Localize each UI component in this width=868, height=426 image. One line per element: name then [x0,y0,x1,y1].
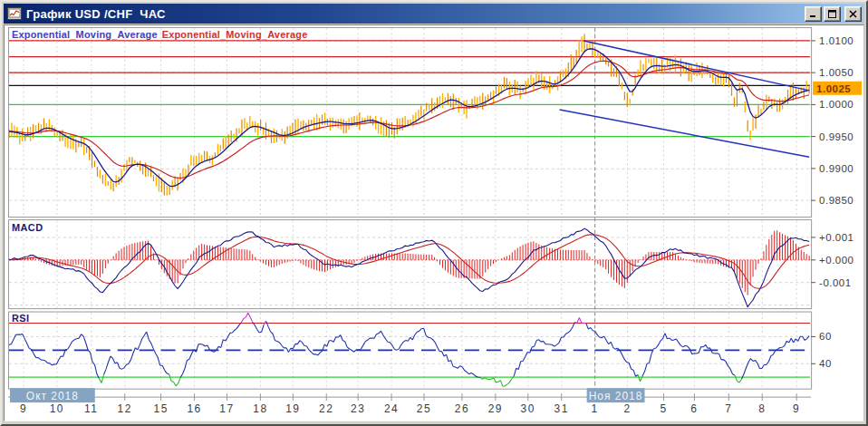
price-tick-label: 0.9850 [819,195,854,206]
date-tick-label: 18 [253,402,267,415]
chart-canvas[interactable]: Exponential_Moving_AverageExponential_Mo… [5,25,863,421]
date-tick-label: 9 [20,402,27,415]
month-badge-label: Окт 2018 [26,390,79,402]
date-tick-label: 5 [660,402,667,415]
date-tick-label: 12 [118,402,132,415]
price-tick-label: 0.9900 [819,163,854,174]
date-tick-label: 10 [50,402,64,415]
window-title: График USD /CHF ЧАС [26,7,801,21]
price-tick-label: 0.9950 [819,131,854,142]
date-tick-label: 11 [84,402,98,415]
price-tick-label: 1.0050 [819,67,854,78]
price-axis: 1.01001.00501.00000.99500.99000.98501.00… [811,35,862,206]
rsi-tick-label: 40 [819,358,832,369]
macd-tick-label: -0.001 [819,277,852,288]
date-tick-label: 31 [555,402,569,415]
title-bar[interactable]: График USD /CHF ЧАС [4,4,864,24]
date-tick-label: 29 [488,402,503,415]
date-tick-label: 30 [521,402,535,415]
date-tick-label: 17 [219,402,234,415]
date-tick-label: 9 [793,402,800,415]
macd-tick-label: +0.000 [819,255,854,266]
rsi-panel-label: RSI [12,314,29,324]
chart-window: График USD /CHF ЧАС Exponential_Moving_A… [0,0,868,426]
date-tick-label: 6 [690,402,698,415]
macd-panel-label: MACD [12,222,43,233]
date-tick-label: 26 [455,402,469,415]
maximize-button[interactable] [824,6,841,22]
price-tick-label: 1.0100 [819,35,854,46]
date-tick-label: 7 [725,402,732,415]
date-axis: 9101112151617181922232425262930311256789… [8,388,811,415]
date-tick-label: 25 [417,402,431,415]
date-tick-label: 1 [592,402,599,415]
window-controls [805,6,862,22]
date-tick-label: 15 [153,402,168,415]
date-tick-label: 22 [319,402,333,415]
date-tick-label: 16 [187,402,201,415]
macd-tick-label: +0.001 [819,232,854,243]
month-badge-label: Ноя 2018 [589,390,643,402]
date-tick-label: 23 [351,402,365,415]
date-tick-label: 2 [623,402,631,415]
rsi-tick-label: 60 [819,331,832,342]
chart-icon[interactable] [6,6,23,21]
date-tick-label: 8 [758,402,766,415]
chart-client-area: Exponential_Moving_AverageExponential_Mo… [4,24,864,421]
date-tick-label: 24 [384,402,399,415]
price-tick-label: 1.0000 [819,99,854,110]
ema-overlay-label: Exponential_Moving_Average [12,29,158,40]
close-button[interactable] [844,6,862,22]
current-price-label: 1.0025 [816,83,851,94]
date-tick-label: 19 [285,402,300,415]
minimize-button[interactable] [805,6,822,22]
ema-overlay-label: Exponential_Moving_Average [162,29,308,40]
